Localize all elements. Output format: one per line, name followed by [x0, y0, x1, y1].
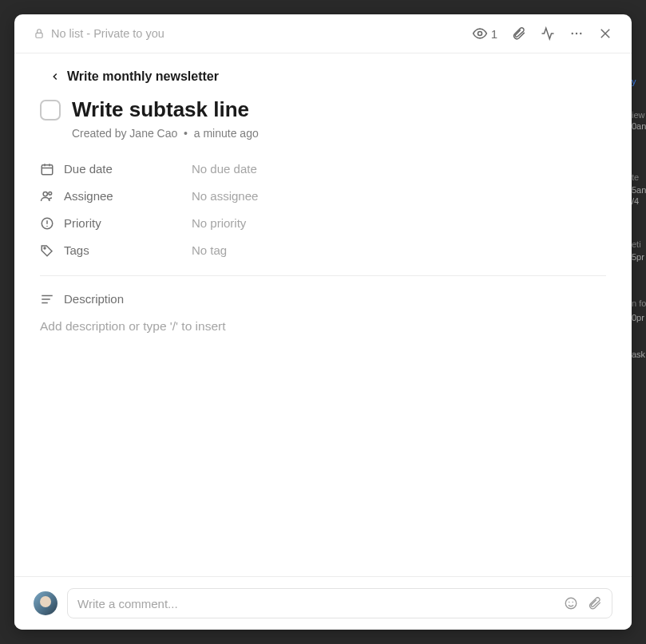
- activity-icon[interactable]: [541, 26, 555, 41]
- svg-point-3: [576, 33, 577, 34]
- modal-header: No list - Private to you 1: [14, 14, 632, 53]
- due-date-row[interactable]: Due date No due date: [40, 162, 606, 176]
- priority-value: No priority: [192, 216, 246, 230]
- meta-separator: •: [184, 127, 188, 140]
- breadcrumb[interactable]: Write monthly newsletter: [50, 69, 606, 84]
- svg-point-20: [565, 598, 577, 609]
- tags-label: Tags: [64, 243, 89, 257]
- comment-input[interactable]: [77, 597, 557, 610]
- priority-icon: [40, 216, 54, 231]
- svg-point-16: [44, 247, 46, 249]
- avatar[interactable]: [34, 591, 57, 615]
- due-date-label: Due date: [64, 162, 113, 176]
- divider: [40, 275, 606, 276]
- assignee-row[interactable]: Assignee No assignee: [40, 189, 606, 203]
- list-privacy-label[interactable]: No list - Private to you: [34, 27, 164, 40]
- task-modal: No list - Private to you 1: [14, 14, 632, 630]
- description-input[interactable]: Add description or type '/' to insert: [40, 319, 606, 334]
- svg-point-1: [478, 32, 482, 36]
- tags-row[interactable]: Tags No tag: [40, 243, 606, 258]
- tags-value: No tag: [192, 243, 227, 257]
- list-privacy-text: No list - Private to you: [51, 27, 164, 40]
- more-icon[interactable]: [569, 26, 584, 41]
- chevron-left-icon: [50, 71, 61, 82]
- watch-count: 1: [491, 27, 497, 41]
- due-date-value: No due date: [192, 162, 257, 176]
- lock-icon: [34, 28, 45, 39]
- breadcrumb-parent: Write monthly newsletter: [67, 69, 219, 84]
- watch-button[interactable]: 1: [472, 26, 497, 41]
- complete-checkbox[interactable]: [40, 100, 61, 121]
- tag-icon: [40, 243, 54, 258]
- svg-rect-0: [36, 33, 42, 38]
- attach-icon[interactable]: [588, 596, 602, 610]
- svg-point-12: [49, 192, 52, 195]
- priority-label: Priority: [64, 216, 101, 230]
- svg-point-2: [572, 33, 573, 34]
- svg-point-22: [573, 602, 574, 603]
- assignee-value: No assignee: [192, 189, 258, 203]
- description-icon: [40, 292, 54, 306]
- created-time: a minute ago: [194, 127, 259, 140]
- user-icon: [40, 189, 54, 203]
- svg-point-11: [43, 192, 47, 196]
- svg-point-4: [580, 33, 581, 34]
- description-label: Description: [64, 292, 124, 306]
- title-row: Write subtask line: [40, 98, 606, 122]
- meta-line: Created by Jane Cao • a minute ago: [72, 127, 606, 140]
- attachment-icon[interactable]: [512, 26, 526, 41]
- task-title[interactable]: Write subtask line: [72, 98, 249, 122]
- field-list: Due date No due date Assignee: [40, 162, 606, 258]
- comment-input-wrap: [67, 588, 612, 618]
- created-by: Created by Jane Cao: [72, 127, 177, 140]
- svg-rect-7: [42, 165, 53, 175]
- close-icon[interactable]: [598, 26, 612, 41]
- eye-icon: [472, 26, 488, 41]
- modal-body: Write monthly newsletter Write subtask l…: [14, 53, 632, 576]
- calendar-icon: [40, 162, 54, 176]
- emoji-icon[interactable]: [564, 596, 578, 610]
- svg-point-21: [569, 602, 570, 603]
- priority-row[interactable]: Priority No priority: [40, 216, 606, 231]
- modal-footer: [14, 576, 632, 630]
- header-actions: 1: [472, 26, 612, 41]
- svg-point-15: [46, 226, 48, 227]
- assignee-label: Assignee: [64, 189, 113, 203]
- description-header: Description: [40, 292, 606, 306]
